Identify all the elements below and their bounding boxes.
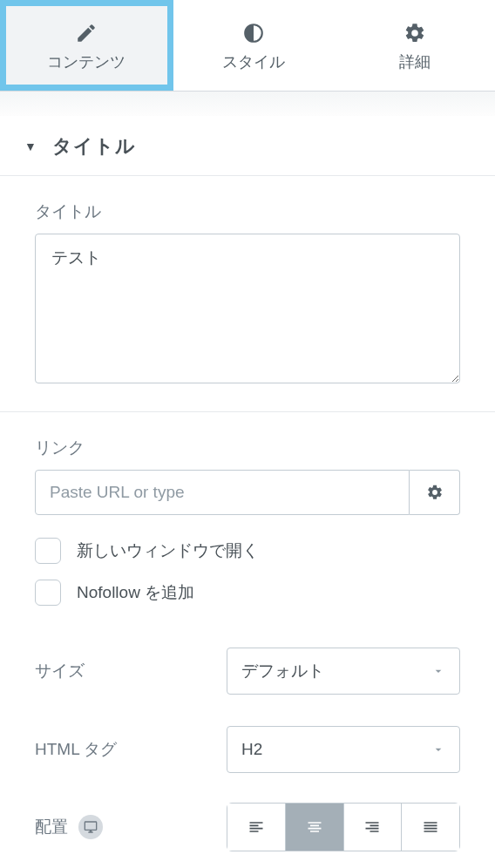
html-tag-label: HTML タグ	[35, 738, 227, 761]
tab-style-label: スタイル	[222, 51, 285, 72]
divider	[0, 411, 495, 412]
desktop-icon	[84, 820, 98, 834]
tab-advanced[interactable]: 詳細	[334, 0, 495, 91]
size-label: サイズ	[35, 660, 227, 682]
nofollow-row: Nofollow を追加	[35, 580, 460, 606]
title-input[interactable]	[35, 234, 460, 383]
alignment-group	[227, 803, 460, 851]
align-center-icon	[306, 818, 323, 836]
html-tag-select[interactable]: H2	[227, 726, 460, 773]
chevron-down-icon	[431, 664, 445, 678]
link-field-label: リンク	[35, 437, 460, 459]
section-title: タイトル	[52, 133, 136, 159]
tab-style[interactable]: スタイル	[173, 0, 335, 91]
url-row	[35, 470, 460, 515]
html-tag-value: H2	[241, 740, 262, 759]
title-field-label: タイトル	[35, 200, 460, 223]
pencil-icon	[75, 22, 98, 44]
align-left-icon	[248, 818, 265, 836]
size-value: デフォルト	[241, 660, 324, 682]
responsive-device-button[interactable]	[78, 815, 103, 839]
panel-body: タイトル リンク 新しいウィンドウで開く Nofollow を追加 サイズ デフ…	[0, 176, 495, 851]
size-row: サイズ デフォルト	[35, 648, 460, 695]
open-new-window-row: 新しいウィンドウで開く	[35, 538, 460, 564]
size-select[interactable]: デフォルト	[227, 648, 460, 695]
section-header[interactable]: ▼ タイトル	[0, 116, 495, 176]
gear-icon	[403, 22, 426, 44]
tab-advanced-label: 詳細	[399, 51, 431, 72]
gradient-divider	[0, 92, 495, 116]
align-right-button[interactable]	[344, 803, 403, 851]
open-new-window-checkbox[interactable]	[35, 538, 61, 564]
align-center-button[interactable]	[286, 803, 344, 851]
open-new-window-label: 新しいウィンドウで開く	[77, 539, 259, 562]
gear-icon	[426, 484, 444, 501]
contrast-icon	[242, 22, 265, 44]
tab-content[interactable]: コンテンツ	[0, 0, 173, 91]
nofollow-label: Nofollow を追加	[77, 581, 194, 604]
chevron-down-icon	[431, 743, 445, 756]
tabs-container: コンテンツ スタイル 詳細	[0, 0, 495, 92]
alignment-row: 配置	[35, 803, 460, 851]
nofollow-checkbox[interactable]	[35, 580, 61, 606]
link-options-button[interactable]	[410, 470, 460, 515]
alignment-label-group: 配置	[35, 815, 227, 839]
tab-content-label: コンテンツ	[47, 51, 125, 72]
html-tag-row: HTML タグ H2	[35, 726, 460, 773]
caret-down-icon: ▼	[24, 139, 37, 153]
align-justify-button[interactable]	[402, 803, 460, 851]
align-left-button[interactable]	[227, 803, 286, 851]
url-input[interactable]	[35, 470, 410, 515]
align-right-icon	[363, 818, 381, 836]
alignment-label: 配置	[35, 816, 68, 838]
align-justify-icon	[422, 818, 439, 836]
